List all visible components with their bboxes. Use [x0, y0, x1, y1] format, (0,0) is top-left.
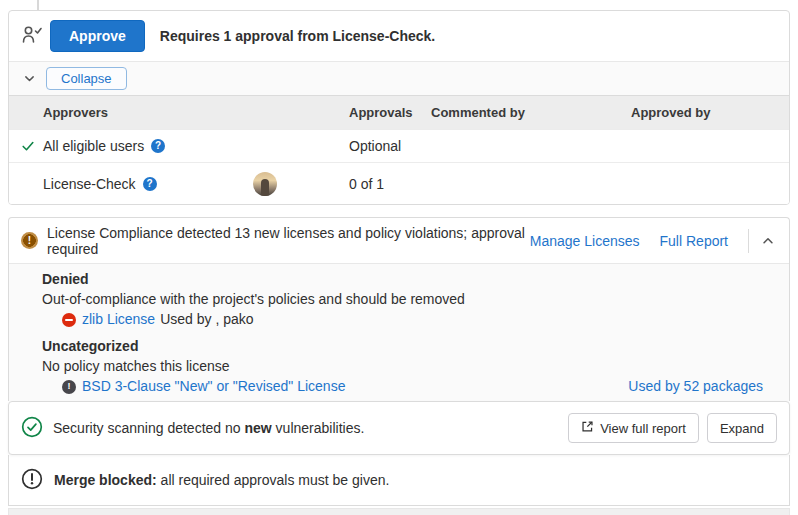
table-row-all-eligible-users: All eligible users ? Optional: [9, 129, 789, 162]
external-link-icon: [581, 420, 594, 436]
approve-button[interactable]: Approve: [50, 20, 145, 52]
approvals-value: 0 of 1: [349, 176, 431, 192]
header-commented-by: Commented by: [431, 105, 631, 120]
chevron-down-icon[interactable]: [21, 70, 38, 87]
approval-requirement-text: Requires 1 approval from License-Check.: [160, 28, 435, 44]
license-link[interactable]: zlib License: [82, 310, 155, 329]
approvals-table-header: Approvers Approvals Commented by Approve…: [9, 95, 789, 129]
used-by-text: Used by , pako: [160, 310, 253, 329]
license-summary-text: License Compliance detected 13 new licen…: [47, 225, 530, 257]
expand-button[interactable]: Expand: [707, 413, 777, 443]
user-approval-icon: [21, 25, 43, 48]
manage-licenses-link[interactable]: Manage Licenses: [530, 233, 640, 249]
header-approvals: Approvals: [349, 105, 431, 120]
warning-status-icon: !: [21, 232, 38, 249]
merge-blocked-text: Merge blocked: all required approvals mu…: [54, 472, 389, 488]
approvals-section: Approve Requires 1 approval from License…: [8, 10, 790, 205]
denied-group-title: Denied: [9, 271, 789, 287]
denied-group-description: Out-of-compliance with the project's pol…: [9, 291, 789, 307]
success-check-icon: [21, 416, 43, 441]
approver-name: License-Check: [43, 176, 136, 192]
widget-footer-strip: [8, 508, 790, 515]
license-item-zlib: zlib License Used by , pako: [9, 310, 789, 329]
used-by-packages-link[interactable]: Used by 52 packages: [628, 377, 763, 396]
license-compliance-section: ! License Compliance detected 13 new lic…: [8, 217, 790, 401]
approve-row: Approve Requires 1 approval from License…: [9, 11, 789, 61]
blocked-exclamation-icon: [21, 468, 43, 493]
full-report-link[interactable]: Full Report: [660, 233, 728, 249]
security-summary-text: Security scanning detected no new vulner…: [53, 420, 364, 436]
help-question-icon[interactable]: ?: [151, 139, 165, 153]
merge-status-section: Merge blocked: all required approvals mu…: [8, 455, 790, 506]
approver-avatar[interactable]: [253, 172, 277, 196]
license-info-icon: !: [62, 380, 76, 394]
security-scanning-section: Security scanning detected no new vulner…: [8, 401, 790, 455]
license-compliance-header: ! License Compliance detected 13 new lic…: [9, 218, 789, 263]
uncategorized-group-description: No policy matches this license: [9, 358, 789, 374]
header-approvers: Approvers: [43, 105, 349, 120]
license-link[interactable]: BSD 3-Clause "New" or "Revised" License: [82, 377, 345, 396]
uncategorized-group-title: Uncategorized: [9, 338, 789, 354]
merge-request-widget: Approve Requires 1 approval from License…: [8, 10, 790, 515]
approver-name: All eligible users: [43, 138, 144, 154]
chevron-up-icon[interactable]: [759, 232, 777, 250]
divider: [748, 229, 749, 253]
collapse-row: Collapse: [9, 61, 789, 95]
help-question-icon[interactable]: ?: [143, 177, 157, 191]
view-full-report-button[interactable]: View full report: [568, 413, 699, 443]
table-row-license-check: License-Check ? 0 of 1: [9, 162, 789, 204]
collapse-button[interactable]: Collapse: [46, 67, 127, 90]
header-approved-by: Approved by: [631, 105, 789, 120]
approvals-value: Optional: [349, 138, 431, 154]
license-report-body: Denied Out-of-compliance with the projec…: [9, 263, 789, 401]
denied-icon: [62, 313, 76, 327]
approved-check-icon: [9, 139, 43, 153]
license-item-bsd: ! BSD 3-Clause "New" or "Revised" Licens…: [9, 377, 789, 396]
